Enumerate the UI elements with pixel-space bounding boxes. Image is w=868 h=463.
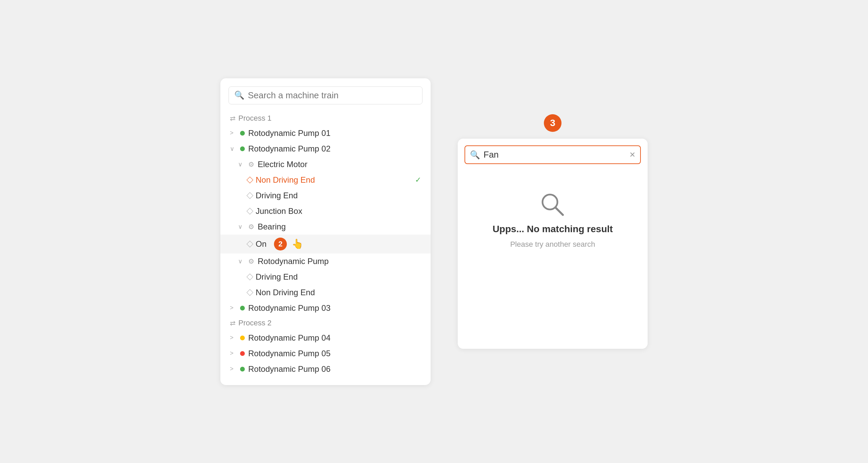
left-panel: 🔍 ⇄ Process 1 Rotodynamic Pump 01 Rotody… bbox=[220, 78, 431, 385]
chevron-icon bbox=[230, 304, 237, 311]
chevron-icon bbox=[230, 145, 237, 153]
no-result-title: Upps... No matching result bbox=[493, 224, 613, 235]
status-dot-yellow bbox=[240, 336, 245, 340]
tree-item-rp-de[interactable]: Driving End bbox=[220, 269, 431, 285]
right-panel-wrap: 3 🔍 ✕ Upps... No matching result Please … bbox=[458, 114, 648, 349]
chevron-icon bbox=[238, 223, 245, 230]
status-dot-green bbox=[240, 367, 245, 371]
magnifier-icon bbox=[539, 191, 566, 218]
tree-item-pump01[interactable]: Rotodynamic Pump 01 bbox=[220, 125, 431, 141]
tree-item-rp-nde[interactable]: Non Driving End bbox=[220, 285, 431, 300]
badge-3: 3 bbox=[544, 114, 561, 132]
clear-icon[interactable]: ✕ bbox=[629, 150, 635, 159]
tree-item-pump02[interactable]: Rotodynamic Pump 02 bbox=[220, 141, 431, 157]
tree-item-pump04[interactable]: Rotodynamic Pump 04 bbox=[220, 330, 431, 346]
diamond-icon bbox=[246, 177, 253, 183]
status-dot-green bbox=[240, 131, 245, 136]
process-icon: ⇄ bbox=[230, 114, 236, 122]
machine-train-search-input[interactable] bbox=[248, 90, 417, 101]
tree-item-nde[interactable]: Non Driving End ✓ bbox=[220, 172, 431, 188]
chevron-icon bbox=[230, 129, 237, 137]
chevron-icon bbox=[238, 258, 245, 265]
chevron-icon bbox=[230, 350, 237, 357]
tree-item-pump05[interactable]: Rotodynamic Pump 05 bbox=[220, 346, 431, 361]
tree-item-pump06[interactable]: Rotodynamic Pump 06 bbox=[220, 361, 431, 377]
svg-line-1 bbox=[555, 207, 563, 215]
diamond-icon bbox=[246, 274, 253, 280]
gear-icon: ⚙ bbox=[248, 257, 254, 265]
right-panel: 🔍 ✕ Upps... No matching result Please tr… bbox=[458, 139, 648, 349]
diamond-icon bbox=[246, 241, 253, 247]
tree-item-de[interactable]: Driving End bbox=[220, 188, 431, 203]
chevron-icon bbox=[238, 161, 245, 168]
gear-icon: ⚙ bbox=[248, 160, 254, 168]
process1-label: ⇄ Process 1 bbox=[220, 111, 431, 125]
diamond-icon bbox=[246, 192, 253, 199]
process-icon: ⇄ bbox=[230, 319, 236, 327]
tree-item-jb[interactable]: Junction Box bbox=[220, 203, 431, 219]
tree-item-bearing[interactable]: ⚙ Bearing bbox=[220, 219, 431, 235]
badge-2: 2 bbox=[274, 238, 287, 250]
gear-icon: ⚙ bbox=[248, 223, 254, 231]
machine-tree: ⇄ Process 1 Rotodynamic Pump 01 Rotodyna… bbox=[220, 111, 431, 377]
chevron-icon bbox=[230, 334, 237, 341]
search-bar-container: 🔍 bbox=[220, 86, 431, 111]
no-result-subtitle: Please try another search bbox=[510, 240, 595, 249]
diamond-icon bbox=[246, 208, 253, 215]
cursor-pointer: 👆 bbox=[292, 238, 303, 249]
tree-item-roto-sub[interactable]: ⚙ Rotodynamic Pump bbox=[220, 254, 431, 269]
process2-label: ⇄ Process 2 bbox=[220, 316, 431, 330]
status-dot-green bbox=[240, 306, 245, 310]
search-machine-train-input[interactable] bbox=[484, 149, 626, 160]
tree-item-pump03[interactable]: Rotodynamic Pump 03 bbox=[220, 300, 431, 316]
check-icon: ✓ bbox=[415, 176, 421, 184]
search-icon-right: 🔍 bbox=[470, 150, 480, 160]
status-dot-green bbox=[240, 146, 245, 151]
no-result-area: Upps... No matching result Please try an… bbox=[458, 164, 648, 269]
status-dot-red bbox=[240, 351, 245, 356]
tree-item-motor[interactable]: ⚙ Electric Motor bbox=[220, 157, 431, 172]
search-machine-train-box[interactable]: 🔍 ✕ bbox=[465, 145, 641, 164]
diamond-icon bbox=[246, 289, 253, 296]
search-icon: 🔍 bbox=[234, 90, 244, 100]
tree-item-on[interactable]: On 2 👆 bbox=[220, 235, 431, 254]
machine-train-search-bar[interactable]: 🔍 bbox=[229, 86, 422, 104]
chevron-icon bbox=[230, 365, 237, 373]
